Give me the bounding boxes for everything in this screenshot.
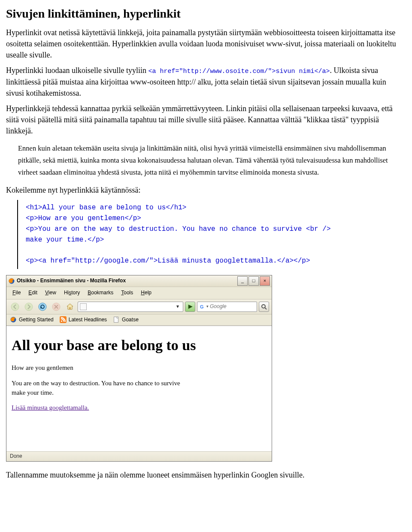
- content-link-p: Lisää minusta googlettamalla.: [12, 403, 267, 413]
- svg-point-12: [61, 320, 62, 322]
- toolbar: ▾ ▶ G ▾ Google: [6, 299, 272, 314]
- search-input[interactable]: G ▾ Google: [197, 302, 257, 312]
- reload-button[interactable]: [36, 301, 48, 312]
- note-block: Ennen kuin aletaan tekemään useita sivuj…: [18, 142, 398, 178]
- menubar: File Edit View History Bookmarks Tools H…: [6, 287, 272, 299]
- content-p2-line1: You are on the way to destruction. You h…: [12, 380, 180, 387]
- intro-paragraph: Hyperlinkit ovat netissä käytettäviä lin…: [6, 27, 406, 60]
- bookmark-latest-headlines[interactable]: Latest Headlines: [60, 316, 107, 323]
- minimize-button[interactable]: _: [237, 276, 248, 286]
- try-paragraph: Kokeilemme nyt hyperlinkkiä käytännössä:: [6, 184, 406, 196]
- search-button[interactable]: [259, 302, 269, 312]
- content-h1: All your base are belong to us: [12, 335, 267, 356]
- syntax-lead: Hyperlinkki luodaan ulkoiselle sivulle t…: [6, 66, 148, 75]
- bookmark-label: Latest Headlines: [69, 316, 107, 323]
- page-icon: [80, 303, 87, 310]
- code-block: <h1>All your base are belong to us</h1> …: [17, 200, 406, 269]
- status-bar: Done: [6, 451, 272, 461]
- stop-button[interactable]: [50, 301, 62, 312]
- menu-view[interactable]: View: [42, 288, 60, 297]
- firefox-window: Otsikko - Ensimmäinen sivu - Mozilla Fir…: [6, 275, 272, 462]
- google-icon: G: [199, 304, 205, 310]
- intro-text-a: Hyperlinkit ovat netissä käytettäviä lin…: [6, 28, 396, 59]
- note-text: Ennen kuin aletaan tekemään useita sivuj…: [18, 144, 388, 176]
- url-input[interactable]: ▾: [78, 302, 183, 312]
- menu-edit[interactable]: Edit: [25, 288, 41, 297]
- bookmark-goatse[interactable]: Goatse: [113, 316, 139, 323]
- bookmarks-bar: Getting Started Latest Headlines Goatse: [6, 314, 272, 326]
- search-placeholder: Google: [210, 303, 255, 310]
- bookmark-label: Getting Started: [19, 316, 54, 323]
- back-button[interactable]: [9, 301, 21, 312]
- svg-line-9: [265, 308, 267, 309]
- status-text: Done: [10, 453, 22, 460]
- titlebar: Otsikko - Ensimmäinen sivu - Mozilla Fir…: [6, 275, 272, 287]
- syntax-paragraph: Hyperlinkki luodaan ulkoiselle sivulle t…: [6, 65, 406, 99]
- content-p1: How are you gentlemen: [12, 363, 267, 373]
- bookmark-getting-started[interactable]: Getting Started: [10, 316, 54, 323]
- outro-paragraph: Tallennamme muutoksemme ja näin olemme l…: [6, 469, 406, 481]
- svg-point-3: [39, 303, 46, 311]
- home-button[interactable]: [64, 301, 76, 312]
- svg-rect-13: [114, 317, 118, 323]
- svg-point-8: [262, 305, 265, 308]
- maximize-button[interactable]: □: [248, 276, 259, 286]
- svg-point-2: [25, 303, 33, 311]
- window-title: Otsikko - Ensimmäinen sivu - Mozilla Fir…: [17, 277, 237, 284]
- search-dropdown-icon[interactable]: ▾: [206, 304, 209, 309]
- advice-paragraph: Hyperlinkkejä tehdessä kannattaa pyrkiä …: [6, 103, 406, 136]
- firefox-small-icon: [10, 316, 17, 323]
- menu-history[interactable]: History: [61, 288, 83, 297]
- content-hyperlink[interactable]: Lisää minusta googlettamalla.: [12, 404, 89, 411]
- forward-button[interactable]: [23, 301, 35, 312]
- inline-code-anchor: <a href="http://www.osoite.com/">sivun n…: [148, 68, 330, 75]
- svg-point-1: [11, 303, 19, 311]
- close-button[interactable]: ×: [260, 276, 270, 286]
- content-p2-line2: make your time.: [12, 389, 54, 396]
- menu-help[interactable]: Help: [137, 288, 155, 297]
- url-dropdown-icon[interactable]: ▾: [174, 303, 181, 310]
- page-content: All your base are belong to us How are y…: [6, 326, 272, 451]
- bookmark-label: Goatse: [122, 316, 139, 323]
- page-heading: Sivujen linkittäminen, hyperlinkit: [6, 5, 406, 23]
- svg-text:G: G: [200, 304, 204, 309]
- window-controls: _ □ ×: [237, 276, 270, 286]
- menu-bookmarks[interactable]: Bookmarks: [84, 288, 117, 297]
- menu-tools[interactable]: Tools: [118, 288, 136, 297]
- svg-rect-5: [70, 307, 71, 309]
- content-p2: You are on the way to destruction. You h…: [12, 379, 267, 398]
- firefox-icon: [8, 278, 15, 284]
- rss-icon: [60, 316, 67, 323]
- go-button[interactable]: ▶: [185, 302, 195, 312]
- menu-file[interactable]: File: [9, 288, 24, 297]
- page-small-icon: [113, 316, 120, 323]
